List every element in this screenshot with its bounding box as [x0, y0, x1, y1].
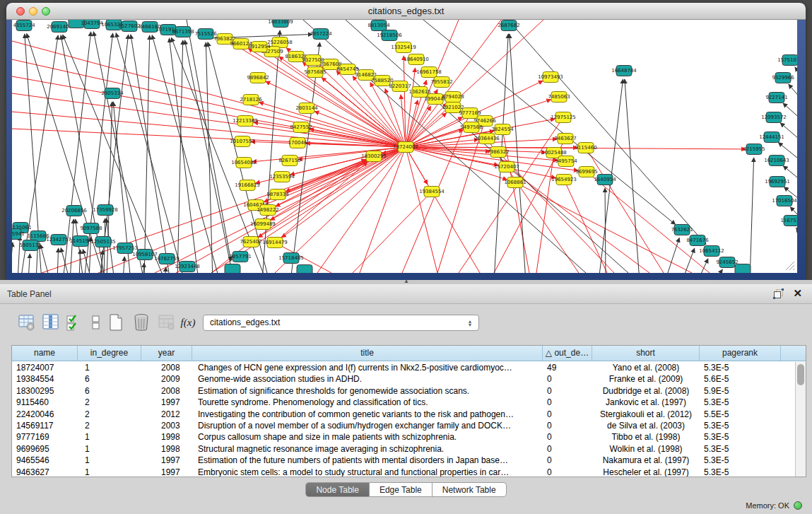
citation-edge-red[interactable]: [406, 147, 558, 160]
table-select-dropdown[interactable]: citations_edges.txt ▲▼: [203, 315, 479, 331]
network-canvas[interactable]: 4355724206914061043794106532871527602846…: [12, 20, 797, 273]
citation-edge-red[interactable]: [317, 147, 406, 273]
citation-edge-red[interactable]: [536, 153, 554, 273]
graph-node-12975125[interactable]: 12975125: [551, 112, 576, 123]
tab-edge-table[interactable]: Edge Table: [370, 482, 433, 497]
graph-node-7986322[interactable]: 7986322: [487, 147, 509, 158]
graph-node-3824554[interactable]: 3824554: [491, 124, 514, 135]
citation-edge-black[interactable]: [625, 79, 640, 273]
graph-node-12353594[interactable]: 12353594: [269, 172, 295, 182]
show-columns-icon[interactable]: [41, 313, 61, 332]
memory-status-icon[interactable]: [794, 501, 802, 510]
column-header-1[interactable]: in_degree: [78, 346, 141, 361]
table-settings-icon[interactable]: [17, 313, 37, 332]
table-row[interactable]: 969969511998Structural magnetic resonanc…: [12, 443, 795, 455]
table-row[interactable]: 2242004622012Investigating the contribut…: [12, 409, 795, 420]
graph-node-5878334[interactable]: 5878334: [266, 189, 289, 200]
divider-handle-icon[interactable]: ▲: [404, 278, 409, 284]
graph-node-9097588[interactable]: 9097588: [80, 223, 102, 234]
citation-edge-black[interactable]: [665, 238, 679, 273]
graph-node-9495754[interactable]: 9495754: [555, 156, 577, 167]
graph-node-9115460[interactable]: 9115460: [575, 143, 596, 153]
table-row[interactable]: 1456911722003Disruption of a novel membe…: [12, 420, 795, 431]
column-header-4[interactable]: △ out_de…: [543, 346, 592, 361]
citation-edge-black[interactable]: [187, 20, 231, 261]
graph-node-1068861[interactable]: 1068861: [504, 177, 526, 188]
graph-node-2905334[interactable]: 2905334: [101, 88, 124, 99]
graph-node-1043794[interactable]: 1043794: [81, 20, 103, 29]
citation-edge-black[interactable]: [423, 20, 676, 224]
citation-edge-red[interactable]: [268, 160, 366, 210]
graph-node-8471676[interactable]: 8471676: [686, 235, 709, 246]
graph-node-19166825[interactable]: 19166825: [235, 180, 260, 191]
graph-node-16648784[interactable]: 16648784: [611, 66, 637, 76]
table-row[interactable]: 911546021997Tourette syndrome. Phenomeno…: [12, 397, 795, 408]
graph-node-7955812[interactable]: 7955812: [430, 77, 452, 88]
graph-node-12213363[interactable]: 12213363: [233, 116, 258, 127]
graph-node-16033809[interactable]: 16033809: [268, 20, 293, 28]
citation-edge-red[interactable]: [155, 147, 406, 273]
table-row[interactable]: 1872400712008Changes of HCN gene express…: [12, 362, 795, 373]
graph-node-10107553[interactable]: 10107553: [230, 136, 255, 147]
graph-node-8215955[interactable]: 8215955: [743, 144, 765, 155]
graph-node-17359928[interactable]: 17359928: [93, 205, 118, 216]
graph-node-5905135[interactable]: 5905135: [19, 240, 41, 251]
graph-node-2803144[interactable]: 2803144: [295, 103, 318, 114]
graph-node-1640954[interactable]: 1640954: [594, 175, 616, 185]
graph-node-17016504[interactable]: 17016504: [772, 196, 797, 206]
float-panel-icon[interactable]: [773, 288, 784, 299]
graph-node-10654112[interactable]: 10654112: [699, 246, 724, 257]
citation-edge-black[interactable]: [796, 228, 797, 246]
citation-edge-black[interactable]: [714, 269, 722, 273]
graph-node-19218506[interactable]: 19218506: [377, 30, 402, 41]
citation-edge-black[interactable]: [605, 188, 606, 273]
graph-node-9329966[interactable]: 9329966: [772, 73, 794, 83]
citation-edge-black[interactable]: [177, 40, 183, 273]
graph-node-9497568[interactable]: 9497568: [460, 122, 482, 133]
graph-node-15751074[interactable]: 15751074: [777, 55, 797, 66]
graph-node-7485063[interactable]: 7485063: [548, 92, 570, 103]
citation-edge-black[interactable]: [795, 67, 797, 86]
column-header-3[interactable]: title: [192, 346, 543, 361]
citation-edge-red[interactable]: [370, 83, 406, 147]
graph-node-9699695[interactable]: 9699695: [575, 167, 597, 177]
graph-node-1498222[interactable]: 1498222: [257, 205, 278, 216]
graph-node-16210643[interactable]: 16210643: [764, 156, 789, 166]
graph-node-10973493[interactable]: 10973493: [538, 72, 563, 83]
delete-table-icon[interactable]: [131, 313, 151, 332]
citation-network-graph[interactable]: 4355724206914061043794106532871527602846…: [12, 20, 797, 273]
citation-edge-black[interactable]: [750, 158, 754, 273]
citation-edge-black[interactable]: [510, 34, 526, 273]
graph-node-170046[interactable]: 170046: [288, 138, 307, 148]
graph-node-2687682[interactable]: 2687682: [498, 21, 519, 31]
table-row[interactable]: 1830029562008Estimation of significance …: [12, 385, 795, 397]
citation-edge-black[interactable]: [143, 263, 144, 273]
graph-node-16099489[interactable]: 16099489: [250, 219, 276, 230]
column-header-2[interactable]: year: [141, 346, 192, 361]
citation-edge-black[interactable]: [123, 257, 124, 273]
graph-node-unlabeled[interactable]: [735, 264, 751, 274]
graph-node-8912954[interactable]: 8912954: [248, 42, 271, 52]
graph-node-8427552[interactable]: 8427552: [290, 122, 312, 133]
column-header-6[interactable]: pagerank: [700, 346, 781, 361]
graph-node-6794028[interactable]: 6794028: [442, 92, 464, 103]
citation-edge-red[interactable]: [353, 192, 432, 273]
graph-node-4355724[interactable]: 4355724: [13, 21, 35, 31]
citation-edge-red[interactable]: [507, 167, 649, 273]
graph-node-16961758[interactable]: 16961758: [416, 67, 442, 78]
citation-edge-black[interactable]: [28, 254, 30, 273]
table-row[interactable]: 946362711997Embryonic stem cells: a mode…: [12, 467, 795, 477]
graph-node-20206856[interactable]: 20206856: [61, 206, 87, 216]
graph-node-9463627[interactable]: 9463627: [554, 134, 576, 144]
table-row[interactable]: 946554611997Estimation of the future num…: [12, 455, 795, 466]
function-builder-icon[interactable]: f(x): [178, 313, 198, 332]
citation-edge-black[interactable]: [18, 236, 20, 273]
graph-node-9857791[interactable]: 9857791: [229, 252, 251, 262]
table-vertical-scrollbar[interactable]: [795, 362, 806, 477]
column-header-5[interactable]: short: [592, 346, 700, 361]
new-table-icon[interactable]: [106, 313, 126, 332]
graph-node-1527602[interactable]: 1527602: [118, 21, 140, 32]
tab-network-table[interactable]: Network Table: [433, 482, 507, 497]
graph-node-9227141[interactable]: 9227141: [765, 93, 787, 103]
graph-node-19384554[interactable]: 19384554: [419, 187, 445, 197]
